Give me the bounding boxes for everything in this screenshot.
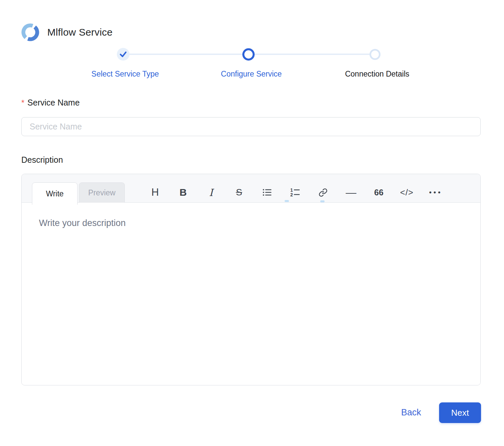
description-label: Description xyxy=(21,155,63,165)
italic-icon[interactable]: I xyxy=(205,182,217,203)
strikethrough-icon[interactable]: S xyxy=(233,182,245,203)
step-label-select-service-type[interactable]: Select Service Type xyxy=(82,70,168,79)
stepper-connector xyxy=(128,54,243,55)
heading-icon[interactable]: H xyxy=(149,182,161,203)
configure-service-page: Mlflow Service Select Service Type Confi… xyxy=(0,0,504,446)
tab-write[interactable]: Write xyxy=(32,182,78,205)
stepper-connector xyxy=(254,54,370,55)
tab-preview[interactable]: Preview xyxy=(79,182,125,203)
next-button[interactable]: Next xyxy=(439,402,481,423)
ordered-list-icon[interactable]: 1 2 xyxy=(289,182,301,203)
more-icon[interactable]: ••• xyxy=(429,182,440,203)
bold-icon[interactable]: B xyxy=(177,182,189,203)
step-upcoming-circle-icon[interactable] xyxy=(370,49,380,60)
page-title: Mlflow Service xyxy=(47,27,113,38)
horizontal-rule-icon[interactable]: — xyxy=(345,182,357,203)
step-active-circle-icon[interactable] xyxy=(242,48,255,61)
toolbar-hint-mark xyxy=(320,200,325,202)
step-label-connection-details[interactable]: Connection Details xyxy=(334,70,420,79)
editor-toolbar: H B I S xyxy=(149,182,440,203)
step-label-configure-service[interactable]: Configure Service xyxy=(208,70,295,79)
service-name-label: *Service Name xyxy=(21,98,80,108)
editor-write-area xyxy=(22,203,480,385)
service-name-label-text: Service Name xyxy=(27,98,80,107)
tab-write-label: Write xyxy=(46,189,64,198)
svg-text:2: 2 xyxy=(290,192,293,197)
description-textarea[interactable] xyxy=(22,203,480,385)
tab-preview-label: Preview xyxy=(88,188,116,197)
required-asterisk: * xyxy=(21,98,24,107)
toolbar-hint-mark xyxy=(285,200,289,202)
quote-icon[interactable]: 66 xyxy=(373,182,384,203)
unordered-list-icon[interactable] xyxy=(261,182,273,203)
code-icon[interactable]: </> xyxy=(401,182,412,203)
mlflow-sync-logo-icon xyxy=(21,23,39,41)
link-icon[interactable] xyxy=(317,182,329,203)
step-completed-check-icon[interactable] xyxy=(117,48,129,61)
back-button[interactable]: Back xyxy=(392,407,430,418)
description-editor: Preview Write H B I S xyxy=(21,174,481,385)
service-name-input[interactable] xyxy=(21,117,481,136)
